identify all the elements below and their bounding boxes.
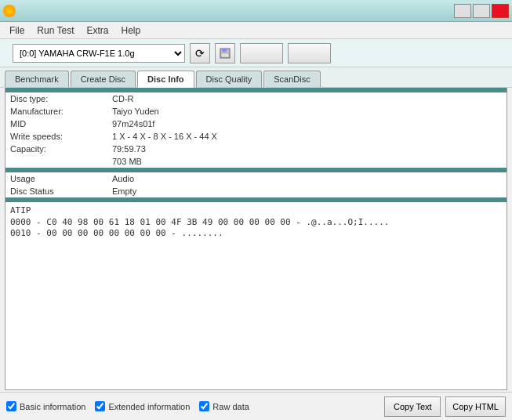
- bottom-buttons: Copy TextCopy HTML: [384, 396, 506, 417]
- app-icon: [3, 5, 16, 17]
- info-value: Audio: [107, 172, 139, 185]
- info-row: Disc type:CD-R: [5, 92, 507, 105]
- info-value: CD-R: [107, 92, 139, 105]
- copy-html-button[interactable]: Copy HTML: [445, 396, 506, 417]
- menu-item-help[interactable]: Help: [115, 24, 147, 38]
- menu-bar: FileRun TestExtraHelp: [0, 22, 512, 39]
- info-label: MID: [5, 118, 107, 130]
- checkbox-item-raw-data[interactable]: Raw data: [199, 401, 249, 411]
- maximize-button[interactable]: [473, 4, 490, 18]
- info-label: Write speeds:: [5, 130, 107, 143]
- info-label: Disc Status: [5, 185, 107, 197]
- tab-scandisc[interactable]: ScanDisc: [263, 71, 320, 87]
- save-icon: [220, 48, 231, 59]
- title-bar: [0, 0, 512, 22]
- tab-create-disc[interactable]: Create Disc: [71, 71, 136, 87]
- toolbar: [0:0] YAMAHA CRW-F1E 1.0g ⟳: [0, 39, 512, 67]
- extended-info-table: UsageAudioDisc StatusEmpty: [5, 172, 507, 197]
- info-row: 703 MB: [5, 155, 507, 168]
- info-row: Write speeds:1 X - 4 X - 8 X - 16 X - 44…: [5, 130, 507, 143]
- tab-disc-info[interactable]: Disc Info: [137, 71, 194, 88]
- info-row: Capacity:79:59.73: [5, 143, 507, 155]
- info-value: Taiyo Yuden: [107, 105, 164, 118]
- raw-data-line: 0000 - C0 40 98 00 61 18 01 00 4F 3B 49 …: [10, 217, 502, 227]
- basic-info-table: Disc type:CD-RManufacturer:Taiyo YudenMI…: [5, 92, 507, 168]
- info-label: Usage: [5, 172, 107, 185]
- raw-data-line: 0010 - 00 00 00 00 00 00 00 00 - .......…: [10, 228, 502, 238]
- raw-data-content: ATIP0000 - C0 40 98 00 61 18 01 00 4F 3B…: [5, 202, 507, 242]
- info-value: 1 X - 4 X - 8 X - 16 X - 44 X: [107, 130, 222, 143]
- checkbox-item-basic-information[interactable]: Basic information: [6, 401, 85, 411]
- info-value: Empty: [107, 185, 141, 197]
- refresh-button[interactable]: ⟳: [190, 43, 210, 63]
- close-button[interactable]: [492, 4, 509, 18]
- svg-rect-1: [222, 49, 227, 52]
- info-value: 79:59.73: [107, 143, 151, 155]
- checkbox-item-extended-information[interactable]: Extended information: [95, 401, 190, 411]
- tab-benchmark[interactable]: Benchmark: [5, 71, 69, 87]
- checkboxes-container: Basic informationExtended informationRaw…: [6, 401, 249, 411]
- start-button[interactable]: [240, 43, 283, 63]
- main-content: Disc type:CD-RManufacturer:Taiyo YudenMI…: [5, 88, 507, 390]
- tab-disc-quality[interactable]: Disc Quality: [196, 71, 263, 87]
- info-label: Disc type:: [5, 92, 107, 105]
- drive-dropdown[interactable]: [0:0] YAMAHA CRW-F1E 1.0g: [13, 44, 185, 63]
- copy-text-button[interactable]: Copy Text: [384, 396, 441, 417]
- info-label: [5, 155, 107, 168]
- tabs-container: BenchmarkCreate DiscDisc InfoDisc Qualit…: [0, 67, 512, 88]
- exit-button[interactable]: [288, 43, 331, 63]
- save-button[interactable]: [215, 43, 235, 63]
- menu-item-run-test[interactable]: Run Test: [31, 24, 80, 38]
- info-label: Capacity:: [5, 143, 107, 155]
- menu-item-extra[interactable]: Extra: [80, 24, 114, 38]
- info-value: 97m24s01f: [107, 118, 159, 130]
- bottom-bar: Basic informationExtended informationRaw…: [0, 392, 512, 420]
- info-label: Manufacturer:: [5, 105, 107, 118]
- drive-selector: [0:0] YAMAHA CRW-F1E 1.0g: [13, 44, 185, 63]
- info-row: Manufacturer:Taiyo Yuden: [5, 105, 507, 118]
- minimize-button[interactable]: [454, 4, 471, 18]
- info-value: 703 MB: [107, 155, 147, 168]
- info-row: MID97m24s01f: [5, 118, 507, 130]
- info-row: UsageAudio: [5, 172, 507, 185]
- svg-rect-2: [221, 53, 229, 57]
- menu-item-file[interactable]: File: [3, 24, 31, 38]
- raw-data-label: ATIP: [10, 205, 502, 215]
- info-row: Disc StatusEmpty: [5, 185, 507, 197]
